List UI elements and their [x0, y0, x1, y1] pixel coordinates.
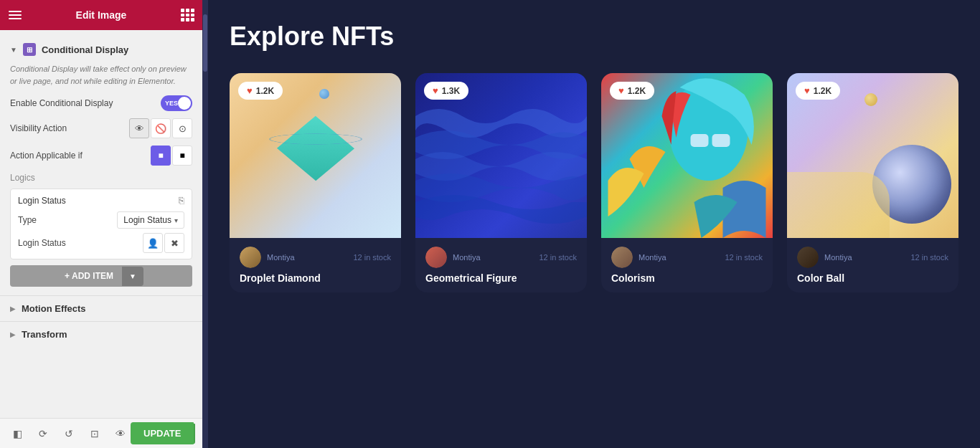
visibility-eye-slash-btn[interactable]: 🚫 [151, 118, 171, 138]
scrollbar-thumb [203, 14, 207, 72]
visibility-action-label: Visibility Action [10, 123, 67, 133]
type-label: Type [18, 215, 37, 225]
conditional-display-icon: ⊞ [23, 43, 36, 56]
visibility-clock-btn[interactable]: ⊙ [172, 118, 192, 138]
nft-title-3: Color Ball [797, 272, 948, 284]
theme-tool-btn[interactable]: ⟳ [33, 424, 53, 444]
author-name-1: Montiya [453, 253, 481, 262]
motion-effects-label: Motion Effects [22, 303, 86, 314]
nft-title-1: Geometrical Figure [425, 272, 577, 284]
orbit-ring [269, 133, 362, 144]
wave-svg [415, 73, 587, 238]
svg-rect-2 [712, 134, 730, 147]
logics-label: Logics [10, 173, 192, 183]
copy-icon[interactable]: ⎘ [179, 195, 184, 206]
enable-conditional-toggle[interactable]: YES [161, 95, 192, 111]
transform-section[interactable]: ▶ Transform [0, 321, 202, 347]
visibility-btn-group: 👁 🚫 ⊙ [129, 118, 192, 138]
panel-title: Edit Image [76, 9, 127, 21]
likes-count-0: 1.2K [256, 86, 274, 96]
preview-tool-btn[interactable]: 👁 [110, 424, 131, 444]
toggle-knob [178, 97, 191, 110]
add-item-button[interactable]: + ADD ITEM ▼ [10, 265, 192, 287]
type-value: Login Status [123, 215, 171, 225]
add-item-arrow-icon: ▼ [122, 267, 143, 286]
small-sphere [864, 93, 877, 106]
nft-card-image-2: ♥ 1.2K [601, 73, 773, 238]
conditional-display-content: Conditional Display will take effect onl… [0, 63, 202, 295]
nft-card-3[interactable]: ♥ 1.2K Montiya 12 i [787, 73, 958, 292]
history-tool-btn[interactable]: ↺ [59, 424, 79, 444]
transform-label: Transform [22, 329, 67, 340]
bottom-toolbar: ◧ ⟳ ↺ ⊡ 👁 UPDATE ▲ [0, 418, 202, 448]
like-badge-0: ♥ 1.2K [238, 82, 283, 100]
login-status-title: Login Status [18, 196, 66, 206]
top-bar: Edit Image [0, 0, 202, 30]
nft-author-3: Montiya [797, 247, 852, 268]
dropdown-cursor-icon: ▾ [174, 216, 178, 224]
login-status-btn-group: 👤 ✖ [143, 233, 184, 253]
nft-card-0[interactable]: ♥ 1.2K Montiya 12 [230, 73, 401, 292]
svg-rect-1 [691, 134, 709, 147]
nft-card-footer-1: Montiya 12 in stock Geometrical Figure [415, 238, 587, 292]
nft-card-footer-3: Montiya 12 in stock Color Ball [787, 238, 958, 292]
hamburger-icon[interactable] [9, 11, 22, 19]
scrollbar[interactable] [202, 0, 208, 448]
update-button[interactable]: UPDATE [131, 422, 194, 444]
nft-author-1: Montiya [425, 247, 481, 268]
nft-author-0: Montiya [240, 247, 295, 268]
login-user-x-icon-btn[interactable]: ✖ [164, 233, 184, 253]
avatar-0 [240, 247, 261, 268]
conditional-display-info: Conditional Display will take effect onl… [10, 63, 192, 87]
layers-tool-btn[interactable]: ◧ [7, 424, 27, 444]
logic-item-header: Login Status ⎘ [18, 195, 184, 206]
nft-title-2: Colorism [611, 272, 763, 284]
motion-effects-section[interactable]: ▶ Motion Effects [0, 295, 202, 321]
visibility-eye-btn[interactable]: 👁 [129, 118, 149, 138]
nft-meta-2: Montiya 12 in stock [611, 247, 763, 268]
heart-icon-0: ♥ [247, 85, 253, 96]
type-dropdown[interactable]: Login Status ▾ [117, 211, 184, 229]
grid-icon[interactable] [181, 9, 194, 22]
applicable-all-btn[interactable]: ■ [151, 146, 171, 166]
nft-author-2: Montiya [611, 247, 666, 268]
portrait-svg [601, 73, 773, 238]
nft-title-0: Droplet Diamond [240, 272, 391, 284]
type-row: Type Login Status ▾ [18, 211, 184, 229]
like-badge-3: ♥ 1.2K [796, 82, 840, 100]
avatar-3 [797, 247, 819, 268]
nft-meta-3: Montiya 12 in stock [797, 247, 948, 268]
nft-meta-0: Montiya 12 in stock [240, 247, 391, 268]
nft-card-footer-2: Montiya 12 in stock Colorism [601, 238, 773, 292]
enable-conditional-label: Enable Conditional Display [10, 98, 113, 108]
login-user-icon-btn[interactable]: 👤 [143, 233, 163, 253]
nft-card-image-3: ♥ 1.2K [787, 73, 958, 238]
author-name-2: Montiya [639, 253, 666, 262]
enable-conditional-row: Enable Conditional Display YES [10, 95, 192, 111]
action-applicable-label: Action Applicable if [10, 151, 83, 161]
explore-title: Explore NFTs [230, 22, 958, 52]
login-status-label: Login Status [18, 238, 66, 248]
nft-card-1[interactable]: ♥ 1.3K Monti [415, 73, 587, 292]
stock-label-1: 12 in stock [539, 253, 577, 262]
nft-meta-1: Montiya 12 in stock [425, 247, 577, 268]
nft-card-2[interactable]: ♥ 1.2K [601, 73, 773, 292]
applicable-any-btn[interactable]: ■ [172, 146, 192, 166]
conditional-display-title: Conditional Display [42, 44, 128, 55]
motion-effects-chevron-icon: ▶ [10, 305, 16, 313]
avatar-2 [611, 247, 633, 268]
nft-grid: ♥ 1.2K Montiya 12 [230, 73, 958, 292]
update-btn-group: UPDATE ▲ [131, 422, 195, 444]
update-arrow-btn[interactable]: ▲ [194, 424, 195, 444]
stock-label-3: 12 in stock [910, 253, 948, 262]
chevron-down-icon: ▼ [10, 46, 17, 54]
panel-content: ▼ ⊞ Conditional Display Conditional Disp… [0, 30, 202, 418]
nft-card-image-0: ♥ 1.2K [230, 73, 401, 238]
action-applicable-row: Action Applicable if ■ ■ [10, 146, 192, 166]
conditional-display-section-header[interactable]: ▼ ⊞ Conditional Display [0, 36, 202, 63]
responsive-tool-btn[interactable]: ⊡ [85, 424, 105, 444]
author-name-0: Montiya [267, 253, 295, 262]
stock-label-2: 12 in stock [725, 253, 763, 262]
heart-icon-3: ♥ [804, 85, 810, 96]
toggle-yes-label: YES [165, 100, 178, 107]
